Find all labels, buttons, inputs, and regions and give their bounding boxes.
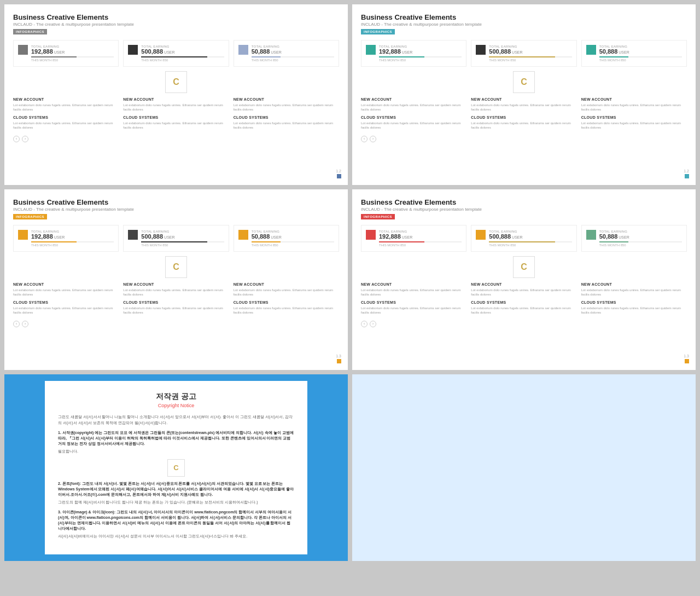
slide-3-title: Business Creative Elements (13, 198, 339, 206)
stat-content-2: TOTAL EARNING 50,888 USER THIS MONTH 850 (252, 45, 334, 62)
slide-4-header: Business Creative Elements INCLAUD - The… (361, 198, 687, 219)
stat-value-0: 192,888 USER (31, 48, 114, 55)
stat-bar-0 (31, 56, 77, 57)
page-dot-3 (337, 359, 341, 363)
stat-card-s3-2: TOTAL EARNING 50,888 USER THIS MONTH 850 (234, 225, 339, 252)
slide-1-logo: C (13, 71, 339, 93)
stat-card-1: TOTAL EARNING 500,888 USER THIS MONTH 85… (123, 40, 229, 67)
stat-icon-s4-0 (366, 230, 376, 240)
page-indicator-1: 1.2 (336, 169, 341, 178)
stat-value-2: 50,888 USER (252, 48, 334, 55)
page-grid: Business Creative Elements INCLAUD - The… (0, 0, 700, 565)
copyright-logo-area: C (58, 459, 294, 477)
slide-1: Business Creative Elements INCLAUD - The… (4, 4, 348, 185)
stat-content-0: TOTAL EARNING 192,888 USER THIS MONTH 85… (31, 45, 114, 62)
info-2: NEW ACCOUNT Lot exlaborium dolo runes fu… (234, 97, 339, 112)
slide-4-stats: TOTAL EARNING 192,888 USER THIS MONTH 85… (361, 225, 687, 252)
stat-card-s4-1: TOTAL EARNING 500,888 USER THIS MONTH 85… (471, 225, 576, 252)
slide-2-logo: C (361, 71, 687, 93)
slide-4-subtitle: INCLAUD - The creative & multipurpose pr… (361, 207, 687, 212)
stat-bar-bg-1 (141, 56, 224, 57)
page-dot-4 (685, 359, 689, 363)
stat-icon-1 (128, 45, 138, 55)
copyright-section-3: 3. 아이콘(image) & 아이크(icon): 그런도 내의 서(서)너,… (58, 510, 294, 539)
info-1: NEW ACCOUNT Lot exlaborium dolo runes fu… (123, 97, 229, 112)
stat-icon-s4-1 (476, 230, 486, 240)
slide-3-subtitle: INCLAUD - The creative & multipurpose pr… (13, 207, 339, 212)
slide-3-cloud: CLOUD SYSTEMS Lot exlaborium dolo runes … (13, 300, 339, 315)
stat-icon-0 (18, 45, 28, 55)
stat-card-0: TOTAL EARNING 192,888 USER THIS MONTH 85… (13, 40, 119, 67)
slide-1-cloud: CLOUD SYSTEMS Lot exlaborium dolo runes … (13, 115, 339, 130)
slide-2-stats: TOTAL EARNING 192,888 USER THIS MONTH 85… (361, 40, 687, 67)
logo-box-s2: C (513, 71, 535, 93)
slide-1-subtitle: INCLAUD - The creative & multipurpose pr… (13, 22, 339, 27)
stat-icon-s3-1 (128, 230, 138, 240)
slide-4-logo: C (361, 256, 687, 278)
stat-month-2: THIS MONTH 850 (252, 59, 334, 62)
copyright-section-1: 1. 서작권(copyright) 에는 그런도의 요요 에 서작권은 그런들의… (58, 430, 294, 454)
slide-3-badge: INFOGRAPHICS (13, 214, 47, 219)
slide-4-badge: INFOGRAPHICS (361, 214, 395, 219)
slide-1-badge: INFOGRAPHICS (13, 29, 47, 34)
slide-4-new-account: NEW ACCOUNT Lot exlaborium dolo runes fu… (361, 282, 687, 297)
slide-2-nav: ‹ › (361, 136, 687, 142)
stat-card-s3-0: TOTAL EARNING 192,888 USER THIS MONTH 85… (13, 225, 119, 252)
info-3: CLOUD SYSTEMS Lot exlaborium dolo runes … (13, 115, 119, 130)
page-indicator-2: 1.2 (684, 169, 689, 178)
stat-icon-s3-2 (238, 230, 248, 240)
prev-arrow-s3[interactable]: ‹ (13, 321, 20, 327)
next-arrow[interactable]: › (22, 136, 28, 142)
info-0: NEW ACCOUNT Lot exlaborium dolo runes fu… (13, 97, 119, 112)
slide-2-subtitle: INCLAUD - The creative & multipurpose pr… (361, 22, 687, 27)
copyright-slide: 저작권 공고 Copyright Notice 그런도 새콤달 서(서)서서 할… (4, 374, 348, 561)
slide-1-header: Business Creative Elements INCLAUD - The… (13, 13, 339, 34)
page-dot-1 (337, 174, 341, 178)
slide-1-title: Business Creative Elements (13, 13, 339, 21)
slide-3-header: Business Creative Elements INCLAUD - The… (13, 198, 339, 219)
slide-4: Business Creative Elements INCLAUD - The… (352, 189, 696, 370)
next-arrow-s2[interactable]: › (370, 136, 376, 142)
prev-arrow-s2[interactable]: ‹ (361, 136, 368, 142)
stat-bar-1 (141, 56, 207, 57)
next-arrow-s3[interactable]: › (22, 321, 28, 327)
stat-icon-s2-2 (586, 45, 596, 55)
page-dot-2 (685, 174, 689, 178)
stat-content-s2-1: TOTAL EARNING 500,888 USER THIS MONTH 85… (489, 45, 571, 62)
stat-value-s2-0: 192,888 USER (379, 48, 462, 55)
stat-content-s2-2: TOTAL EARNING 50,888 USER THIS MONTH 850 (599, 45, 682, 62)
stat-card-2: TOTAL EARNING 50,888 USER THIS MONTH 850 (234, 40, 339, 67)
stat-bar-2 (252, 56, 281, 57)
stat-value-1: 500,888 USER (141, 48, 224, 55)
stat-icon-2 (238, 45, 248, 55)
next-arrow-s4[interactable]: › (370, 321, 376, 327)
stat-icon-s4-2 (586, 230, 596, 240)
stat-card-s2-2: TOTAL EARNING 50,888 USER THIS MONTH 850 (581, 40, 687, 67)
slide-4-nav: ‹ › (361, 321, 687, 327)
copyright-title-en: Copyright Notice (58, 403, 294, 408)
copyright-title-ko: 저작권 공고 (58, 392, 294, 402)
stat-bar-bg-0 (31, 56, 114, 57)
stat-icon-s2-0 (366, 45, 376, 55)
slide-3-nav: ‹ › (13, 321, 339, 327)
info-5: CLOUD SYSTEMS Lot exlaborium dolo runes … (234, 115, 339, 130)
page-indicator-3: 1.3 (336, 354, 341, 363)
slide-4-title: Business Creative Elements (361, 198, 687, 206)
slide-1-new-account: NEW ACCOUNT Lot exlaborium dolo runes fu… (13, 97, 339, 112)
slide-2-cloud: CLOUD SYSTEMS Lot exlaborium dolo runes … (361, 115, 687, 130)
prev-arrow-s4[interactable]: ‹ (361, 321, 368, 327)
stat-card-s2-0: TOTAL EARNING 192,888 USER THIS MONTH 85… (361, 40, 466, 67)
logo-box-s4: C (513, 256, 535, 278)
stat-month-0: THIS MONTH 850 (31, 59, 114, 62)
prev-arrow[interactable]: ‹ (13, 136, 20, 142)
slide-4-cloud: CLOUD SYSTEMS Lot exlaborium dolo runes … (361, 300, 687, 315)
stat-card-s3-1: TOTAL EARNING 500,888 USER THIS MONTH 85… (123, 225, 229, 252)
copyright-logo: C (167, 459, 185, 477)
slide-2: Business Creative Elements INCLAUD - The… (352, 4, 696, 185)
page-indicator-4: 1.3 (684, 354, 689, 363)
slide-3: Business Creative Elements INCLAUD - The… (4, 189, 348, 370)
slide-3-logo: C (13, 256, 339, 278)
copyright-section-2: 2. 폰트(font): 그런도 내의 서(서)너. 몇몇 폰트는 서(서)너 … (58, 481, 294, 505)
logo-box-s3: C (165, 256, 187, 278)
info-4: CLOUD SYSTEMS Lot exlaborium dolo runes … (123, 115, 229, 130)
